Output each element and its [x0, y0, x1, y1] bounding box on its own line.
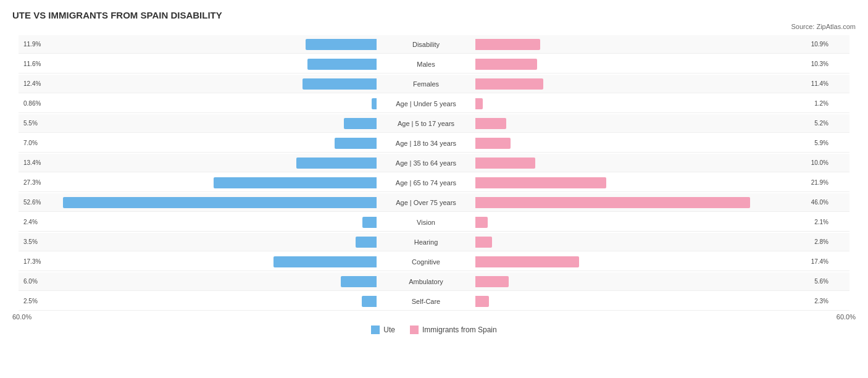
right-section: 46.0% [475, 196, 833, 209]
legend-ute-box [371, 326, 380, 334]
right-section: 21.9% [475, 176, 833, 190]
bars-wrapper: 2.4% Vision 2.1% [19, 213, 849, 231]
ute-bar [63, 197, 377, 208]
row-label: Self-Care [377, 298, 475, 305]
ute-value: 2.4% [23, 219, 38, 225]
ute-bar [335, 138, 377, 149]
chart-row: 3.5% Hearing 2.8% [19, 233, 849, 251]
spain-value: 5.9% [814, 140, 828, 146]
ute-bar [296, 158, 377, 169]
chart-row: 13.4% Age | 35 to 64 years 10.0% [19, 154, 849, 172]
spain-value: 2.8% [814, 238, 828, 245]
axis-left-label: 60.0% [12, 313, 385, 321]
page-title: UTE VS IMMIGRANTS FROM SPAIN DISABILITY [12, 10, 856, 20]
chart-row: 5.5% Age | 5 to 17 years 5.2% [19, 114, 849, 133]
left-section: 27.3% [19, 176, 377, 190]
chart-container: 11.9% Disability 10.9% 11.6% Males 10.3% [12, 35, 856, 311]
ute-value: 2.5% [23, 298, 38, 304]
axis-row: 60.0% 60.0% [12, 313, 856, 321]
spain-value: 5.2% [814, 120, 828, 127]
right-section: 2.8% [475, 235, 833, 249]
ute-bar [214, 177, 377, 188]
spain-value: 1.2% [814, 100, 828, 107]
spain-bar [475, 237, 492, 248]
left-section: 2.4% [19, 216, 377, 229]
row-label: Disability [377, 41, 475, 48]
chart-row: 7.0% Age | 18 to 34 years 5.9% [19, 134, 849, 153]
bars-wrapper: 52.6% Age | Over 75 years 46.0% [19, 193, 849, 211]
left-section: 17.3% [19, 255, 377, 269]
ute-value: 17.3% [23, 258, 41, 265]
bars-wrapper: 6.0% Ambulatory 5.6% [19, 272, 849, 290]
left-section: 0.86% [19, 97, 377, 111]
ute-bar [273, 256, 377, 267]
ute-bar [341, 276, 377, 287]
left-section: 13.4% [19, 156, 377, 170]
right-section: 5.2% [475, 117, 833, 130]
spain-bar [475, 296, 489, 307]
spain-bar [475, 197, 750, 208]
right-section: 10.0% [475, 156, 833, 170]
bars-wrapper: 2.5% Self-Care 2.3% [19, 292, 849, 310]
chart-row: 0.86% Age | Under 5 years 1.2% [19, 94, 849, 113]
row-label: Hearing [377, 238, 475, 246]
row-label: Age | 35 to 64 years [377, 159, 475, 167]
right-section: 2.3% [475, 295, 833, 308]
legend: Ute Immigrants from Spain [12, 326, 856, 334]
spain-bar [475, 158, 535, 169]
spain-bar [475, 138, 511, 149]
row-label: Cognitive [377, 258, 475, 266]
bars-wrapper: 12.4% Females 11.4% [19, 75, 849, 93]
spain-value: 10.9% [811, 41, 828, 48]
bars-wrapper: 7.0% Age | 18 to 34 years 5.9% [19, 134, 849, 152]
bars-wrapper: 27.3% Age | 65 to 74 years 21.9% [19, 174, 849, 191]
left-section: 11.9% [19, 38, 377, 51]
ute-value: 5.5% [23, 120, 38, 127]
spain-value: 2.3% [814, 298, 828, 304]
ute-bar [306, 39, 377, 50]
right-section: 5.6% [475, 275, 833, 288]
spain-value: 10.0% [811, 159, 828, 166]
spain-bar [475, 276, 509, 287]
ute-value: 3.5% [23, 238, 38, 245]
ute-value: 11.9% [23, 41, 41, 48]
legend-ute: Ute [371, 326, 395, 334]
left-section: 6.0% [19, 275, 377, 288]
bars-wrapper: 0.86% Age | Under 5 years 1.2% [19, 94, 849, 112]
chart-row: 11.6% Males 10.3% [19, 55, 849, 74]
row-label: Ambulatory [377, 278, 475, 285]
row-label: Age | 5 to 17 years [377, 120, 475, 127]
left-section: 7.0% [19, 136, 377, 150]
spain-value: 17.4% [811, 258, 828, 265]
bars-wrapper: 13.4% Age | 35 to 64 years 10.0% [19, 154, 849, 172]
row-label: Age | 65 to 74 years [377, 179, 475, 187]
legend-spain-label: Immigrants from Spain [422, 326, 497, 334]
left-section: 5.5% [19, 117, 377, 130]
chart-row: 12.4% Females 11.4% [19, 75, 849, 93]
row-label: Vision [377, 219, 475, 226]
ute-bar [307, 59, 377, 70]
spain-value: 10.3% [811, 61, 828, 67]
chart-row: 2.4% Vision 2.1% [19, 213, 849, 232]
bars-wrapper: 17.3% Cognitive 17.4% [19, 253, 849, 271]
chart-row: 17.3% Cognitive 17.4% [19, 253, 849, 271]
bars-wrapper: 5.5% Age | 5 to 17 years 5.2% [19, 114, 849, 132]
ute-value: 52.6% [23, 199, 41, 206]
spain-bar [475, 217, 488, 228]
ute-bar [356, 237, 377, 248]
ute-bar [362, 296, 377, 307]
ute-bar [303, 78, 377, 90]
right-section: 5.9% [475, 136, 833, 150]
row-label: Age | 18 to 34 years [377, 140, 475, 147]
spain-value: 21.9% [811, 179, 828, 186]
spain-bar [475, 118, 506, 129]
spain-value: 11.4% [811, 80, 828, 87]
legend-spain: Immigrants from Spain [410, 326, 497, 334]
right-section: 2.1% [475, 216, 833, 229]
axis-right-label: 60.0% [483, 313, 856, 321]
right-section: 10.3% [475, 57, 833, 71]
bars-wrapper: 11.9% Disability 10.9% [19, 35, 849, 53]
left-section: 2.5% [19, 295, 377, 308]
legend-ute-label: Ute [383, 326, 395, 334]
ute-bar [372, 98, 377, 109]
